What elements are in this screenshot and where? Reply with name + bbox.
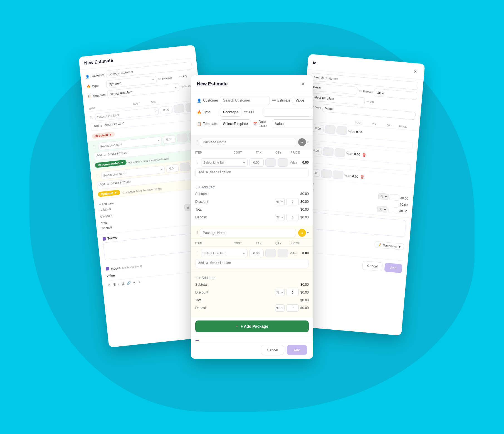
p1-line-select[interactable]: Select Line Item xyxy=(201,158,248,167)
cost-input-3[interactable] xyxy=(166,164,179,173)
right-discount-type[interactable]: % xyxy=(378,193,389,200)
center-type-select[interactable]: Packages xyxy=(220,108,241,117)
center-modal-title: New Estimate xyxy=(197,81,228,87)
tax-select-1[interactable] xyxy=(173,104,185,113)
package-2-drag[interactable]: ⠿ xyxy=(195,231,198,235)
p1-cost-input[interactable] xyxy=(249,158,264,167)
emoji-btn[interactable]: ☺ xyxy=(107,283,111,287)
p1-total-row: Total $0.00 xyxy=(195,206,309,213)
bold-btn[interactable]: B xyxy=(113,282,116,287)
center-close-btn[interactable]: × xyxy=(299,80,307,88)
p2-discount-row: Discount % $0.00 xyxy=(195,288,309,297)
p2-deposit-row: Deposit % $0.00 xyxy=(195,303,309,313)
templates-icon: 📝 xyxy=(377,243,382,247)
package-2-color-btn[interactable]: ● xyxy=(298,229,306,237)
right-tax-select-1[interactable] xyxy=(325,125,336,134)
p1-discount-type[interactable]: % xyxy=(275,198,285,205)
p2-discount-amount[interactable] xyxy=(286,289,299,296)
package-1-drag[interactable]: ⠿ xyxy=(195,140,198,144)
center-customer-icon: 👤 xyxy=(197,98,201,103)
right-cost-input-1[interactable] xyxy=(312,124,324,133)
center-type-label: 🔥 Type xyxy=(197,110,218,114)
right-cancel-btn[interactable]: Cancel xyxy=(362,261,383,271)
center-date-input[interactable] xyxy=(272,119,313,128)
p2-description[interactable] xyxy=(195,259,309,268)
p2-deposit-amount[interactable] xyxy=(286,304,299,312)
delete-icon-3[interactable]: 🗑 xyxy=(359,174,365,180)
center-customer-input[interactable] xyxy=(220,96,270,105)
p1-tax-select[interactable] xyxy=(265,158,276,167)
p1-description[interactable] xyxy=(195,168,309,177)
center-template-select[interactable]: Select Template xyxy=(220,119,251,128)
italic-btn[interactable]: I xyxy=(118,282,120,286)
package-1-chevron[interactable]: ▾ xyxy=(307,140,309,144)
center-add-btn[interactable]: Add xyxy=(287,345,307,355)
p2-line-select[interactable]: Select Line Item xyxy=(201,249,248,257)
p2-add-item-btn[interactable]: + + Add Item xyxy=(195,274,215,282)
underline-btn[interactable]: U xyxy=(122,282,124,286)
package-2-section: ⠿ ● ▾ ITEM COST TAX QTY PRICE ⠿ xyxy=(191,226,313,317)
p2-total-row: Total $0.00 xyxy=(195,297,309,303)
right-deposit-type[interactable]: % xyxy=(377,206,388,213)
drag-handle[interactable]: ⠿ xyxy=(90,115,93,120)
p2-qty-select[interactable] xyxy=(278,249,288,257)
cost-input-2[interactable] xyxy=(163,135,176,144)
p2-discount-type[interactable]: % xyxy=(275,289,285,296)
tax-select-3[interactable] xyxy=(179,162,191,172)
add-package-btn[interactable]: + + Add Package xyxy=(195,320,309,332)
p1-line-drag[interactable]: ⠿ xyxy=(195,160,198,165)
right-discount-amount[interactable] xyxy=(389,194,400,201)
right-qty-select-2[interactable] xyxy=(334,148,345,157)
right-add-btn[interactable]: Add xyxy=(384,263,402,273)
center-cancel-btn[interactable]: Cancel xyxy=(261,345,284,355)
recommended-badge[interactable]: Recommended ▼ xyxy=(95,160,127,168)
optional-badge[interactable]: Optional ▼ xyxy=(98,190,120,197)
right-templates-btn[interactable]: 📝 Templates ▼ xyxy=(375,241,404,250)
template-icon: 📋 xyxy=(88,94,92,98)
center-modal-footer: Cancel Add xyxy=(191,341,313,359)
center-po-input[interactable] xyxy=(263,108,312,117)
right-tax-select-2[interactable] xyxy=(323,147,334,156)
drag-handle-3[interactable]: ⠿ xyxy=(96,174,99,179)
right-qty-select-3[interactable] xyxy=(332,170,344,179)
cost-input-1[interactable] xyxy=(160,105,173,114)
p1-value-label: Value xyxy=(290,161,297,164)
right-price-1: 0.00 xyxy=(356,130,362,134)
p2-deposit-type[interactable]: % xyxy=(275,304,285,312)
p2-line-drag[interactable]: ⠿ xyxy=(195,251,198,255)
right-close-btn[interactable]: × xyxy=(411,67,419,76)
p2-cost-input[interactable] xyxy=(249,249,264,257)
drag-handle-2[interactable]: ⠿ xyxy=(93,145,96,149)
required-badge[interactable]: Required ▼ xyxy=(92,132,115,139)
right-value-label-2: Value xyxy=(346,152,353,155)
package-1-name[interactable] xyxy=(200,138,296,146)
p1-discount-amount[interactable] xyxy=(286,198,299,205)
p2-price: 0.00 xyxy=(299,251,309,255)
right-modal-title: te xyxy=(313,60,317,65)
center-estimate-input[interactable] xyxy=(293,96,313,105)
right-price-3: 0.00 xyxy=(352,174,358,178)
p1-deposit-type[interactable]: % xyxy=(275,214,285,221)
indent-btn[interactable]: ⇥ xyxy=(137,280,140,284)
center-customer-label: 👤 Customer xyxy=(197,98,218,103)
p1-qty-select[interactable] xyxy=(278,158,288,167)
p1-discount-row: Discount % $0.00 xyxy=(195,197,309,206)
p1-deposit-amount[interactable] xyxy=(286,214,299,221)
package-2-chevron[interactable]: ▾ xyxy=(307,231,309,235)
link-btn[interactable]: 🔗 xyxy=(126,281,131,285)
right-deposit-amount[interactable] xyxy=(388,207,399,214)
delete-icon-2[interactable]: 🗑 xyxy=(361,151,367,158)
center-modal-header: New Estimate × xyxy=(191,75,313,92)
p2-tax-select[interactable] xyxy=(265,249,276,257)
right-qty-select-1[interactable] xyxy=(336,126,347,135)
left-modal-title: New Estimate xyxy=(84,58,113,66)
list-btn[interactable]: ≡ xyxy=(133,280,135,285)
right-type-select[interactable]: Basic xyxy=(310,83,358,95)
type-icon: 🔥 xyxy=(87,84,91,88)
tax-select-2[interactable] xyxy=(176,133,188,143)
p1-add-item-btn[interactable]: + + Add Item xyxy=(195,184,215,191)
right-estimate-input[interactable] xyxy=(374,88,417,100)
right-tax-select-3[interactable] xyxy=(321,169,332,178)
package-2-name[interactable] xyxy=(200,229,296,237)
package-1-color-btn[interactable]: ● xyxy=(298,138,306,146)
